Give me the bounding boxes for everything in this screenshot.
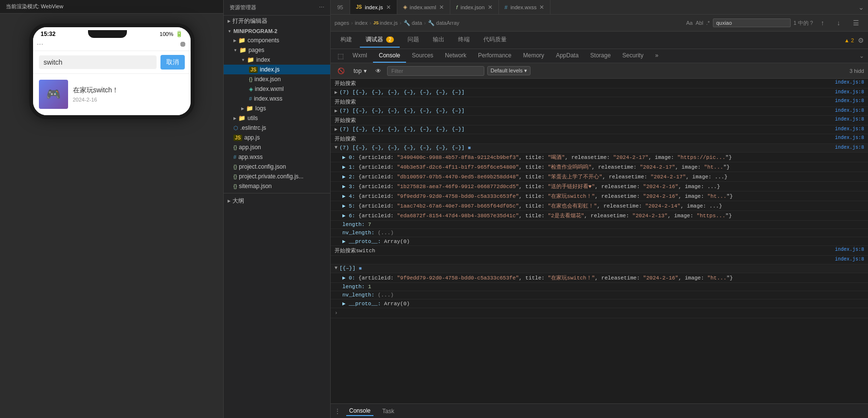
sidebar-item-project-config[interactable]: {} project.config.json xyxy=(224,162,330,172)
breadcrumb-item: pages xyxy=(335,20,349,26)
console-array-item-2[interactable]: ▶ 2: {articleid: "db100597-07b5-4470-9ed… xyxy=(331,172,868,182)
index-folder-label: index xyxy=(256,56,270,63)
sidebar-item-project-private[interactable]: {} project.private.config.js... xyxy=(224,172,330,181)
panel-tab-sources[interactable]: Sources xyxy=(406,49,439,63)
breadcrumb-item: 🔧 data xyxy=(404,20,422,26)
article-date: 2024-2-16 xyxy=(73,97,185,103)
panel-tab-wxml[interactable]: Wxml xyxy=(347,49,373,63)
sidebar-item-index-folder[interactable]: ▼ 📁 index xyxy=(224,55,330,65)
console-output[interactable]: 开始搜索 index.js:8 ▶ (7) [{–}, {–}, {–}, {–… xyxy=(331,79,868,403)
folder-icon: 📁 xyxy=(246,105,253,112)
tab-index-js[interactable]: JS index.js ✕ xyxy=(350,0,397,14)
sidebar-item-app-js[interactable]: JS app.js xyxy=(224,133,330,142)
sidebar-item-outline[interactable]: ▶ 大纲 xyxy=(224,195,330,207)
collapse-icon[interactable]: ⌄ xyxy=(858,3,864,11)
tab-output[interactable]: 输出 xyxy=(427,33,450,48)
panel-tab-network[interactable]: Network xyxy=(439,49,472,63)
phone-actions-bar: ··· ⏺ xyxy=(33,38,191,51)
tab-index-json[interactable]: f index.json ✕ xyxy=(450,0,499,14)
search-input[interactable] xyxy=(713,18,791,27)
folder-icon: 📁 xyxy=(239,47,247,53)
open-editors-section[interactable]: ▶ 打开的编辑器 xyxy=(224,16,330,27)
panel-tab-more[interactable]: » xyxy=(649,49,664,63)
sidebar-item-app-json[interactable]: {} app.json xyxy=(224,142,330,152)
console-array-item-1[interactable]: ▶ 1: {articleid: "40b3e53f-d2c6-4f11-b1f… xyxy=(331,162,868,172)
panel-tab-console[interactable]: Console xyxy=(373,49,406,63)
context-select: top ▾ xyxy=(354,68,367,74)
breadcrumb: pages › index › JS index.js › 🔧 data › 🔧… xyxy=(335,20,686,26)
search-close-btn[interactable]: ☰ xyxy=(848,16,864,30)
console-array2-proto[interactable]: ▶ __proto__: Array(0) xyxy=(331,299,868,308)
tab-index-wxss[interactable]: # index.wxss ✕ xyxy=(499,0,551,14)
top-context-btn[interactable]: top ▾ xyxy=(351,67,370,75)
phone-search-bar[interactable]: 取消 xyxy=(33,51,191,74)
sidebar-item-components[interactable]: ▶ 📁 components xyxy=(224,35,330,45)
console-expanded-array-header[interactable]: ▼ (7) [{–}, {–}, {–}, {–}, {–}, {–}, {–}… xyxy=(331,144,868,153)
console-array2-item-0[interactable]: ▶ 0: {articleid: "9f9edd79-92d0-4758-bdd… xyxy=(331,273,868,283)
utils-label: utils xyxy=(248,115,258,122)
inspect-btn[interactable]: ⬚ xyxy=(335,51,347,61)
tab-close-icon[interactable]: ✕ xyxy=(488,4,493,11)
tab-close-icon[interactable]: ✕ xyxy=(439,4,444,11)
bottom-tab-console[interactable]: Console xyxy=(346,406,373,416)
console-array-item-0[interactable]: ▶ 0: {articleid: "3490400c-9988-4b57-8f8… xyxy=(331,153,868,162)
console-clear-btn[interactable]: 🚫 xyxy=(335,67,348,75)
console-filter-input[interactable] xyxy=(387,66,484,76)
sidebar-item-pages[interactable]: ▼ 📁 pages xyxy=(224,45,330,55)
panel-tab-performance[interactable]: Performance xyxy=(472,49,517,63)
panel-tab-memory[interactable]: Memory xyxy=(517,49,550,63)
levels-dropdown[interactable]: Default levels ▾ xyxy=(487,66,531,75)
settings-icon[interactable]: ⚙ xyxy=(858,36,864,44)
sidebar-item-eslintrc[interactable]: ⬡ .eslintrc.js xyxy=(224,123,330,133)
eye-btn[interactable]: 👁 xyxy=(372,67,384,75)
folder-icon: 📁 xyxy=(238,115,246,122)
console-array-item-3[interactable]: ▶ 3: {articleid: "1b275828-aea7-46f9-991… xyxy=(331,182,868,192)
sidebar-item-app-wxss[interactable]: # app.wxss xyxy=(224,152,330,162)
prompt-icon: › xyxy=(335,310,338,316)
tab-build[interactable]: 构建 xyxy=(335,33,358,48)
search-prev-btn[interactable]: ↑ xyxy=(816,16,829,30)
explorer-menu-icon[interactable]: ⋯ xyxy=(319,4,324,11)
sidebar-item-index-json[interactable]: {} index.json xyxy=(224,74,330,84)
tab-issues[interactable]: 问题 xyxy=(402,33,425,48)
sidebar-item-index-wxss[interactable]: # index.wxss xyxy=(224,94,330,104)
sidebar-item-sitemap[interactable]: {} sitemap.json xyxy=(224,181,330,191)
panel-tab-security[interactable]: Security xyxy=(617,49,649,63)
tab-code-quality[interactable]: 代码质量 xyxy=(478,33,513,48)
search-next-btn[interactable]: ↓ xyxy=(832,16,845,30)
console-array-item-6[interactable]: ▶ 6: {articleid: "eda6872f-8154-47d4-98b… xyxy=(331,211,868,221)
tab-index-wxml[interactable]: ◈ index.wxml ✕ xyxy=(397,0,450,14)
index-js-label: index.js xyxy=(260,66,280,73)
file-explorer-panel: 资源管理器 ⋯ ▶ 打开的编辑器 ▼ MINIPROGRAM-2 ▶ 📁 com… xyxy=(224,0,331,418)
sidebar-item-utils[interactable]: ▶ 📁 utils xyxy=(224,113,330,123)
devtools-panel: 95 JS index.js ✕ ◈ index.wxml ✕ f index.… xyxy=(331,0,868,418)
search-aa-label: Aa xyxy=(686,20,692,26)
sidebar-item-index-js[interactable]: JS index.js xyxy=(224,65,330,74)
article-list-item[interactable]: 🎮 在家玩switch！ 2024-2-16 xyxy=(33,74,191,115)
console-array-item-5[interactable]: ▶ 5: {articleid: "1aac74b2-67a6-40e7-896… xyxy=(331,201,868,211)
phone-cancel-button[interactable]: 取消 xyxy=(160,55,185,70)
devtools-right-controls: ▲ 2 ⚙ xyxy=(844,36,864,44)
tab-close-icon[interactable]: ✕ xyxy=(539,4,544,11)
bottom-menu-icon[interactable]: ⋮ xyxy=(335,408,340,415)
panel-right-controls: ⌄ xyxy=(859,52,864,59)
sidebar-item-logs[interactable]: ▶ 📁 logs xyxy=(224,104,330,113)
components-label: components xyxy=(248,37,279,44)
tab-debug[interactable]: 调试器 2 xyxy=(360,33,400,48)
console-bottom-bar: ⋮ Console Task xyxy=(331,403,868,418)
panel-expand-icon[interactable]: ⌄ xyxy=(859,52,864,59)
panel-tab-storage[interactable]: Storage xyxy=(585,49,617,63)
console-prompt-line[interactable]: › xyxy=(331,308,868,318)
tab-close-icon[interactable]: ✕ xyxy=(386,4,391,11)
js-file-icon: JS xyxy=(233,135,242,141)
panel-tab-appdata[interactable]: AppData xyxy=(550,49,585,63)
console-array-item-4[interactable]: ▶ 4: {articleid: "9f9edd79-92d0-4758-bdd… xyxy=(331,192,868,201)
bottom-tab-task[interactable]: Task xyxy=(379,407,397,416)
console-array-proto[interactable]: ▶ __proto__: Array(0) xyxy=(331,237,868,246)
console-expanded-array2-header[interactable]: ▼ [{–}] ■ xyxy=(331,264,868,273)
phone-search-input[interactable] xyxy=(39,55,157,69)
tab-terminal[interactable]: 终端 xyxy=(452,33,476,48)
sidebar-item-index-wxml[interactable]: ◈ index.wxml xyxy=(224,84,330,94)
console-line: 开始搜索 index.js:8 xyxy=(331,97,868,107)
miniprogram-section[interactable]: ▼ MINIPROGRAM-2 xyxy=(224,27,330,35)
